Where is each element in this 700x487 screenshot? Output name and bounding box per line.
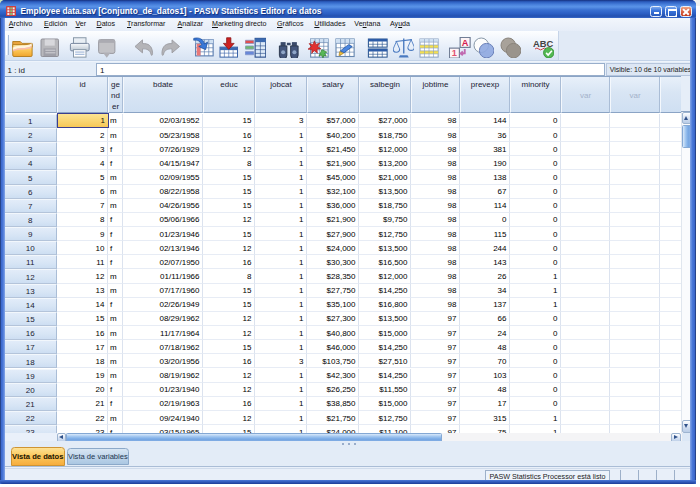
svg-text:A: A bbox=[462, 37, 469, 47]
svg-text:1: 1 bbox=[452, 48, 457, 58]
